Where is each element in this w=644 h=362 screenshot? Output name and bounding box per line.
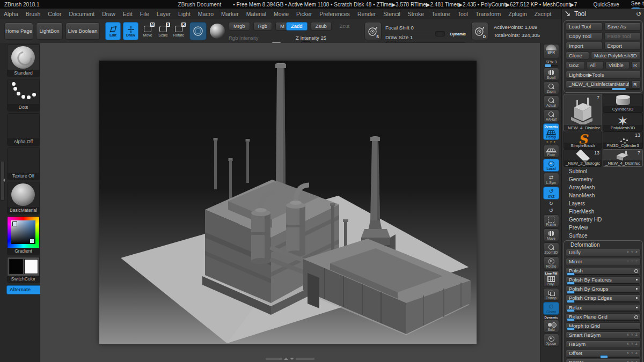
- goz-r-button[interactable]: R: [631, 61, 641, 69]
- draw-size-dynamic-button[interactable]: D: [471, 22, 488, 40]
- section-surface[interactable]: Surface: [562, 232, 644, 240]
- live-boolean-button[interactable]: Live Boolean: [65, 23, 100, 40]
- tool-thumb-selected[interactable]: 7 _NEW_4_Disinfec: [564, 94, 602, 131]
- relax-plane-grid-toggle[interactable]: [634, 315, 638, 319]
- menu-brush[interactable]: Brush: [22, 9, 44, 19]
- panel-restore-icon[interactable]: ↺: [636, 10, 641, 18]
- import-button[interactable]: Import: [566, 42, 603, 50]
- polish-crisp-edges-toggle[interactable]: [636, 297, 638, 299]
- strip-button-zoom3d[interactable]: Zoom3D: [543, 242, 559, 255]
- section-nanomesh[interactable]: NanoMesh: [562, 191, 644, 200]
- switch-color[interactable]: SwitchColor: [7, 257, 40, 283]
- spix-thumb[interactable]: [545, 64, 551, 67]
- smart-resym-axes[interactable]: x y z: [627, 332, 638, 338]
- floor-axes-toggle[interactable]: x y z: [546, 140, 555, 144]
- tool-thumb-cylinder3d[interactable]: Cylinder3D: [603, 94, 643, 113]
- mirror-button[interactable]: Mirror x y z: [566, 258, 641, 266]
- material-selector[interactable]: BasicMaterial: [7, 182, 40, 215]
- strip-button-frame[interactable]: Frame: [543, 215, 559, 227]
- menu-movie[interactable]: Movie: [270, 9, 292, 19]
- strip-button-xyz[interactable]: ↺ XYZ: [543, 187, 559, 200]
- polish-by-groups-slider[interactable]: Polish By Groups: [566, 285, 641, 293]
- section-preview[interactable]: Preview: [562, 224, 644, 232]
- make-polymesh3d-button[interactable]: Make PolyMesh3D: [591, 51, 641, 60]
- current-tool-r-button[interactable]: R: [631, 80, 641, 88]
- texture-selector[interactable]: Texture Off: [7, 147, 40, 180]
- save-as-button[interactable]: Save As: [604, 23, 641, 31]
- unify-button[interactable]: Unify x y z: [566, 249, 641, 257]
- rotate-z-icon[interactable]: ↺: [547, 208, 555, 213]
- zadd-button[interactable]: Zadd: [286, 22, 308, 31]
- morph-to-grid-slider[interactable]: Morph to Grid: [566, 322, 641, 330]
- polish-by-groups-toggle[interactable]: [636, 288, 638, 290]
- viewport-canvas[interactable]: [99, 61, 477, 344]
- goz-all-button[interactable]: All: [587, 61, 604, 69]
- section-arraymesh[interactable]: ArrayMesh: [562, 183, 644, 191]
- stroke-settings-button[interactable]: S: [364, 22, 382, 40]
- rotate-axes[interactable]: x y z: [627, 359, 638, 362]
- draw-mode-button[interactable]: Draw: [123, 22, 138, 40]
- polish-mode-toggle[interactable]: [634, 269, 638, 273]
- rotate-mode-button[interactable]: R Rotate: [172, 22, 185, 40]
- section-geometry-hd[interactable]: Geometry HD: [562, 216, 644, 224]
- zcut-button[interactable]: Zcut: [335, 22, 354, 31]
- scrollbar-right-grip[interactable]: [296, 358, 314, 360]
- deformation-title[interactable]: Deformation: [566, 242, 641, 249]
- resym-button[interactable]: ReSym x y z: [566, 341, 641, 349]
- current-material-button[interactable]: [210, 24, 225, 39]
- strip-button-lsym[interactable]: ⇄ L.Sym: [543, 173, 559, 186]
- menu-alpha[interactable]: Alpha: [0, 9, 22, 19]
- relax-plane-grid-slider[interactable]: Relax Plane Grid: [566, 313, 641, 321]
- home-page-button[interactable]: Home Page: [4, 23, 33, 40]
- tray-divider-handle[interactable]: [1, 161, 5, 201]
- hue-marker[interactable]: [12, 221, 17, 226]
- menu-transform[interactable]: Transform: [472, 9, 504, 19]
- main-color-swatch[interactable]: [9, 259, 23, 274]
- menu-picker[interactable]: Picker: [292, 9, 316, 19]
- menu-layer[interactable]: Layer: [153, 9, 174, 19]
- brush-selector[interactable]: Standard: [7, 45, 40, 77]
- menu-marker[interactable]: Marker: [217, 9, 243, 19]
- scroll-up-arrow[interactable]: [284, 356, 288, 360]
- current-tool-button[interactable]: _NEW_4_DisinfectantManufac: [566, 80, 630, 88]
- menu-stroke[interactable]: Stroke: [404, 9, 428, 19]
- menu-document[interactable]: Document: [65, 9, 98, 19]
- strip-button-aahalf[interactable]: AAHalf: [543, 109, 559, 122]
- strip-button-xpose[interactable]: Xpose: [543, 334, 559, 346]
- strip-button-ghost[interactable]: ∅ Ghost: [543, 302, 559, 315]
- value-marker[interactable]: [30, 239, 34, 243]
- polish-crisp-edges-slider[interactable]: Polish Crisp Edges: [566, 294, 641, 302]
- bpr-render-button[interactable]: BPR: [543, 44, 559, 59]
- zsub-button[interactable]: Zsub: [311, 22, 332, 31]
- menu-stencil[interactable]: Stencil: [379, 9, 404, 19]
- strip-button-zoom[interactable]: Zoom: [543, 82, 559, 94]
- menu-zplugin[interactable]: Zplugin: [504, 9, 530, 19]
- offset-axes[interactable]: x y z: [627, 350, 638, 356]
- menu-preferences[interactable]: Preferences: [316, 9, 354, 19]
- polish-by-features-toggle[interactable]: [636, 279, 638, 280]
- relax-slider[interactable]: Relax: [566, 304, 641, 312]
- strip-button-rotate3d[interactable]: Rotate: [543, 256, 559, 269]
- tool-inventory-thumb[interactable]: [612, 88, 626, 90]
- tool-inventory-slider[interactable]: [590, 88, 640, 90]
- strip-button-solo[interactable]: Solo: [543, 320, 559, 333]
- lightbox-tools-button[interactable]: Lightbox▶Tools: [566, 71, 641, 79]
- color-picker[interactable]: Gradient: [7, 216, 40, 255]
- menu-light[interactable]: Light: [174, 9, 194, 19]
- strip-button-polyf[interactable]: Line Fill PolyF: [543, 270, 559, 287]
- menu-material[interactable]: Material: [243, 9, 270, 19]
- scrollbar-left-grip[interactable]: [266, 358, 282, 360]
- tool-thumb-pm3d-cylinder[interactable]: 13 PM3D_Cylinder3: [603, 131, 643, 149]
- tool-thumb-polymesh3d[interactable]: ✶ PolyMesh3D: [603, 113, 643, 131]
- polish-slider[interactable]: Polish: [566, 267, 641, 275]
- export-button[interactable]: Export: [604, 42, 641, 50]
- menu-edit[interactable]: Edit: [119, 9, 136, 19]
- strip-button-floor[interactable]: Floor: [543, 145, 559, 158]
- alternate-button[interactable]: Alternate: [6, 285, 43, 294]
- menu-render[interactable]: Render: [354, 9, 379, 19]
- section-geometry[interactable]: Geometry: [562, 175, 644, 183]
- edit-mode-button[interactable]: Edit: [105, 22, 121, 40]
- rotate-y-icon[interactable]: ↻: [547, 201, 555, 206]
- paste-tool-button[interactable]: Paste Tool: [604, 32, 641, 40]
- section-subtool[interactable]: Subtool: [562, 167, 644, 175]
